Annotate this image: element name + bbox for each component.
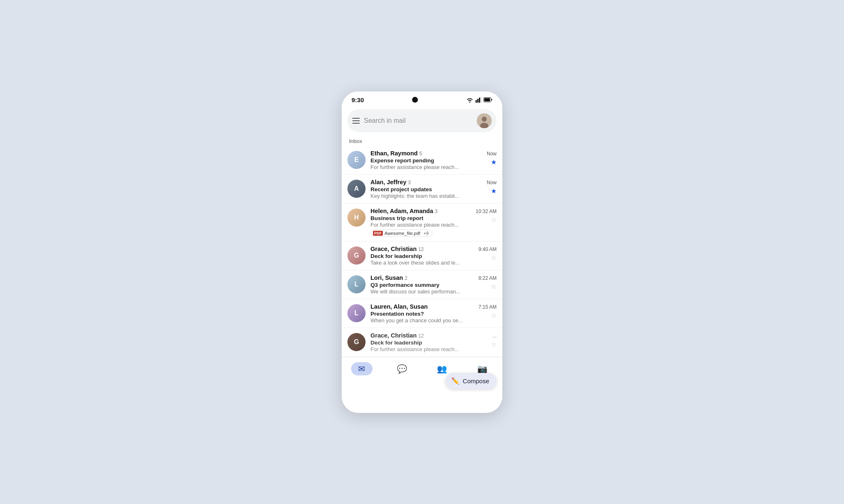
status-bar: 9:30 — [342, 91, 502, 107]
email-preview-3: For further assistance please reach... — [370, 222, 488, 228]
email-content-2: Alan, Jeffrey3NowRecent project updatesK… — [370, 179, 497, 199]
email-star-7[interactable]: ☆ — [491, 340, 497, 348]
email-avatar-7: G — [347, 333, 366, 351]
email-sender-4: Grace, Christian12 — [370, 246, 475, 252]
signal-icon — [476, 97, 481, 103]
email-preview-4: Take a look over these slides and le... — [370, 260, 488, 266]
video-nav-icon: 📷 — [477, 364, 488, 374]
email-count-2: 3 — [408, 180, 411, 185]
compose-label: Compose — [463, 377, 489, 384]
email-count-3: 3 — [435, 209, 438, 214]
email-star-1[interactable]: ★ — [491, 158, 497, 166]
email-content-5: Lori, Susan28:22 AMQ3 performance summar… — [370, 274, 497, 295]
email-star-2[interactable]: ★ — [491, 187, 497, 195]
email-avatar-5: L — [347, 275, 366, 293]
email-item-5[interactable]: LLori, Susan28:22 AMQ3 performance summa… — [342, 270, 502, 299]
email-star-6[interactable]: ☆ — [491, 312, 497, 319]
chat-nav-icon: 💬 — [397, 364, 407, 374]
email-subject-5: Q3 performance summary — [370, 282, 488, 288]
email-content-6: Lauren, Alan, Susan7:15 AMPresentation n… — [370, 303, 497, 323]
email-preview-7: For further assistance please reach... — [370, 346, 488, 352]
svg-rect-0 — [476, 100, 477, 103]
email-list: EEthan, Raymond5NowExpense report pendin… — [342, 146, 502, 357]
meet-nav-icon: 👥 — [437, 364, 447, 374]
email-subject-6: Presentation notes? — [370, 311, 488, 317]
status-icons — [466, 97, 492, 103]
compose-fab[interactable]: ✏️Compose — [445, 373, 497, 389]
email-sender-2: Alan, Jeffrey3 — [370, 179, 483, 185]
compose-icon: ✏️ — [451, 377, 460, 385]
email-item-4[interactable]: GGrace, Christian129:40 AMDeck for leade… — [342, 241, 502, 270]
nav-chat-highlight: 💬 — [391, 362, 413, 375]
email-count-7: 12 — [418, 333, 424, 339]
email-time-1: Now — [487, 151, 497, 157]
email-sender-1: Ethan, Raymond5 — [370, 150, 483, 157]
nav-meet-highlight: 👥 — [431, 362, 453, 375]
email-subject-2: Recent project updates — [370, 186, 488, 192]
email-preview-6: When you get a chance could you se... — [370, 317, 488, 323]
mail-nav-icon: ✉ — [358, 364, 365, 374]
email-item-1[interactable]: EEthan, Raymond5NowExpense report pendin… — [342, 146, 502, 175]
svg-point-7 — [482, 117, 487, 122]
email-content-1: Ethan, Raymond5NowExpense report pending… — [370, 150, 497, 170]
svg-rect-1 — [477, 99, 478, 103]
email-sender-3: Helen, Adam, Amanda3 — [370, 208, 472, 214]
camera-dot — [412, 97, 418, 103]
phone-frame: 9:30 — [342, 91, 502, 413]
email-sender-6: Lauren, Alan, Susan — [370, 303, 475, 310]
email-subject-7: Deck for leadership — [370, 340, 488, 346]
svg-rect-3 — [481, 97, 481, 103]
email-preview-5: We will discuss our sales performan... — [370, 288, 488, 295]
email-preview-1: For further assistance please reach... — [370, 164, 488, 170]
svg-rect-5 — [484, 98, 490, 101]
email-time-7: ... — [492, 333, 497, 339]
email-count-5: 2 — [405, 275, 408, 281]
email-avatar-6: L — [347, 304, 366, 322]
attachment-chip-3[interactable]: PDFAwesome_file.pdf+9 — [370, 230, 432, 237]
email-sender-7: Grace, Christian12 — [370, 332, 489, 339]
menu-icon[interactable] — [352, 118, 360, 124]
status-time: 9:30 — [352, 96, 364, 103]
email-time-6: 7:15 AM — [478, 304, 497, 310]
email-item-6[interactable]: LLauren, Alan, Susan7:15 AMPresentation … — [342, 299, 502, 328]
email-time-5: 8:22 AM — [478, 275, 497, 281]
nav-mail-highlight: ✉ — [351, 362, 373, 375]
user-avatar-button[interactable] — [477, 113, 492, 128]
email-content-7: Grace, Christian12...Deck for leadership… — [370, 332, 497, 352]
email-avatar-1: E — [347, 151, 366, 169]
email-item-3[interactable]: HHelen, Adam, Amanda310:32 AMBusiness tr… — [342, 204, 502, 241]
nav-item-chat[interactable]: 💬 — [386, 361, 417, 377]
email-avatar-3: H — [347, 209, 366, 227]
email-count-4: 12 — [418, 246, 424, 252]
email-item-7[interactable]: GGrace, Christian12...Deck for leadershi… — [342, 328, 502, 357]
nav-item-mail[interactable]: ✉ — [346, 361, 377, 377]
email-avatar-4: G — [347, 246, 366, 265]
email-count-1: 5 — [419, 151, 422, 157]
email-content-3: Helen, Adam, Amanda310:32 AMBusiness tri… — [370, 208, 497, 237]
email-subject-1: Expense report pending — [370, 157, 488, 164]
email-content-4: Grace, Christian129:40 AMDeck for leader… — [370, 246, 497, 266]
email-time-4: 9:40 AM — [478, 246, 497, 252]
email-item-2[interactable]: AAlan, Jeffrey3NowRecent project updates… — [342, 175, 502, 204]
email-subject-3: Business trip report — [370, 215, 488, 221]
email-time-3: 10:32 AM — [476, 209, 497, 214]
battery-icon — [483, 97, 492, 102]
email-preview-2: Key highlights: the team has establi... — [370, 193, 488, 199]
email-subject-4: Deck for leadership — [370, 253, 488, 259]
email-star-3[interactable]: ☆ — [491, 216, 497, 224]
search-bar[interactable]: Search in mail — [347, 109, 497, 132]
wifi-icon — [466, 97, 474, 103]
email-avatar-2: A — [347, 180, 366, 198]
email-star-5[interactable]: ☆ — [491, 283, 497, 291]
email-time-2: Now — [487, 180, 497, 185]
inbox-label: Inbox — [342, 132, 502, 146]
email-sender-5: Lori, Susan2 — [370, 274, 475, 281]
email-star-4[interactable]: ☆ — [491, 254, 497, 262]
svg-rect-2 — [479, 98, 480, 103]
search-input[interactable]: Search in mail — [364, 117, 473, 124]
